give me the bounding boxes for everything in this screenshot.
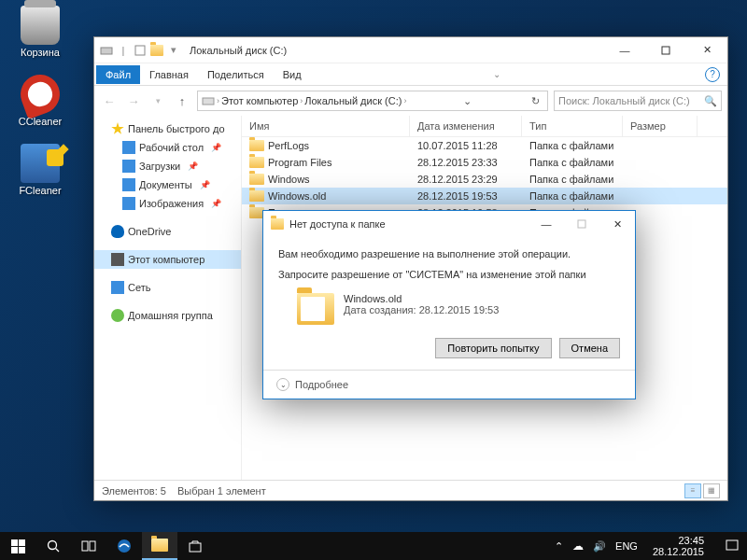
- tray-time: 23:45: [653, 535, 704, 546]
- nav-forward-button[interactable]: →: [124, 91, 143, 110]
- window-title: Локальный диск (C:): [190, 45, 287, 56]
- column-type[interactable]: Тип: [522, 116, 623, 136]
- retry-button[interactable]: Повторить попытку: [435, 338, 551, 358]
- status-count: Элементов: 5: [102, 485, 166, 497]
- svg-rect-10: [190, 543, 201, 552]
- column-name[interactable]: Имя: [242, 116, 410, 136]
- maximize-button[interactable]: [645, 37, 686, 63]
- ribbon-tabs: Файл Главная Поделиться Вид ⌄ ?: [94, 63, 727, 86]
- refresh-button[interactable]: ↻: [528, 95, 543, 107]
- navigation-tree[interactable]: Панель быстрого до Рабочий стол📌 Загрузк…: [94, 116, 242, 480]
- tray-notifications-button[interactable]: [719, 532, 745, 560]
- nav-back-button[interactable]: ←: [100, 91, 119, 110]
- folder-large-icon: [297, 293, 334, 325]
- dialog-message-2: Запросите разрешение от "СИСТЕМА" на изм…: [278, 269, 620, 280]
- tree-this-pc[interactable]: Этот компьютер: [94, 250, 241, 269]
- search-button[interactable]: [35, 532, 71, 560]
- tab-view[interactable]: Вид: [274, 65, 311, 84]
- task-view-button[interactable]: [71, 532, 106, 560]
- minimize-button[interactable]: —: [604, 37, 645, 63]
- file-type: Папка с файлами: [522, 137, 623, 154]
- dialog-folder-name: Windows.old: [344, 293, 499, 304]
- tab-file[interactable]: Файл: [96, 65, 140, 84]
- folder-icon: [249, 140, 264, 151]
- file-date: 28.12.2015 23:33: [410, 154, 522, 171]
- taskbar-store[interactable]: [177, 532, 213, 560]
- address-dropdown-icon[interactable]: ⌄: [459, 95, 475, 107]
- tab-share[interactable]: Поделиться: [198, 65, 274, 84]
- homegroup-icon: [111, 309, 124, 322]
- tree-quick-access[interactable]: Панель быстрого до: [94, 119, 241, 138]
- dialog-maximize-button[interactable]: [564, 213, 599, 235]
- titlebar[interactable]: | ▾ Локальный диск (C:) — ✕: [94, 37, 727, 63]
- file-type: Папка с файлами: [522, 154, 623, 171]
- ribbon-expand-icon[interactable]: ⌄: [489, 67, 504, 82]
- folder-icon: [271, 218, 284, 230]
- navigation-bar: ← → ▾ ↑ › Этот компьютер › Локальный дис…: [94, 86, 727, 116]
- nav-history-dropdown[interactable]: ▾: [148, 91, 167, 110]
- taskbar-edge[interactable]: [106, 532, 142, 560]
- breadcrumb-drive[interactable]: Локальный диск (C:): [304, 95, 402, 106]
- fcleaner-icon: [21, 144, 60, 183]
- file-date: 10.07.2015 11:28: [410, 137, 522, 154]
- breadcrumb-separator-icon[interactable]: ›: [403, 96, 406, 105]
- desktop-icon-ccleaner[interactable]: CCleaner: [7, 75, 73, 127]
- tree-onedrive[interactable]: OneDrive: [94, 222, 241, 241]
- table-row[interactable]: Windows28.12.2015 23:29Папка с файлами: [242, 171, 727, 188]
- view-details-button[interactable]: ≡: [684, 483, 701, 498]
- dialog-minimize-button[interactable]: —: [529, 213, 564, 235]
- breadcrumb-separator-icon[interactable]: ›: [217, 96, 219, 105]
- nav-up-button[interactable]: ↑: [173, 91, 191, 110]
- breadcrumb-pc[interactable]: Этот компьютер: [221, 95, 298, 106]
- start-button[interactable]: [0, 532, 35, 560]
- status-bar: Элементов: 5 Выбран 1 элемент ≡ ▦: [94, 480, 727, 500]
- tree-desktop[interactable]: Рабочий стол📌: [94, 138, 241, 157]
- pin-icon: 📌: [211, 199, 221, 208]
- dialog-close-button[interactable]: ✕: [599, 213, 635, 235]
- tree-network[interactable]: Сеть: [94, 278, 241, 297]
- file-date: 28.12.2015 19:53: [410, 188, 522, 204]
- table-row[interactable]: Windows.old28.12.2015 19:53Папка с файла…: [242, 188, 727, 204]
- icon-label: Корзина: [21, 47, 60, 58]
- desktop-icon-recycle-bin[interactable]: Корзина: [7, 6, 73, 58]
- tree-images[interactable]: Изображения📌: [94, 194, 241, 213]
- column-date[interactable]: Дата изменения: [410, 116, 522, 136]
- tree-downloads[interactable]: Загрузки📌: [94, 157, 241, 175]
- tray-expand-icon[interactable]: ⌃: [555, 540, 563, 553]
- table-row[interactable]: PerfLogs10.07.2015 11:28Папка с файлами: [242, 137, 727, 154]
- tray-date: 28.12.2015: [653, 546, 704, 557]
- list-header[interactable]: Имя Дата изменения Тип Размер: [242, 116, 727, 137]
- drive-icon: [202, 94, 215, 107]
- chevron-down-icon: ⌄: [276, 378, 289, 391]
- tree-homegroup[interactable]: Домашняя группа: [94, 306, 241, 325]
- search-placeholder: Поиск: Локальный диск (C:): [558, 95, 690, 106]
- taskbar-explorer[interactable]: [142, 532, 177, 560]
- dialog-more-toggle[interactable]: ⌄ Подробнее: [263, 370, 635, 399]
- qat-dropdown-icon[interactable]: ▾: [167, 44, 180, 57]
- column-size[interactable]: Размер: [623, 116, 698, 136]
- qat-properties-icon[interactable]: [134, 44, 147, 57]
- folder-icon: [249, 174, 264, 185]
- file-name: PerfLogs: [268, 140, 309, 151]
- close-button[interactable]: ✕: [686, 37, 727, 63]
- help-button[interactable]: ?: [705, 67, 720, 82]
- view-icons-button[interactable]: ▦: [703, 483, 720, 498]
- tray-volume-icon[interactable]: 🔊: [593, 540, 606, 553]
- address-bar[interactable]: › Этот компьютер › Локальный диск (C:) ›…: [197, 91, 548, 111]
- tree-documents[interactable]: Документы📌: [94, 175, 241, 194]
- cancel-button[interactable]: Отмена: [559, 338, 620, 358]
- tab-home[interactable]: Главная: [140, 65, 198, 84]
- dialog-message-1: Вам необходимо разрешение на выполнение …: [278, 248, 620, 259]
- qat-newfolder-icon[interactable]: [150, 44, 163, 57]
- table-row[interactable]: Program Files28.12.2015 23:33Папка с фай…: [242, 154, 727, 171]
- desktop-icon-fcleaner[interactable]: FCleaner: [7, 144, 73, 196]
- breadcrumb-separator-icon[interactable]: ›: [300, 96, 303, 105]
- folder-icon: [151, 539, 168, 552]
- search-input[interactable]: Поиск: Локальный диск (C:) 🔍: [554, 91, 722, 111]
- svg-rect-1: [135, 46, 145, 55]
- windows-logo-icon: [11, 539, 25, 553]
- dialog-titlebar[interactable]: Нет доступа к папке — ✕: [263, 211, 635, 237]
- tray-language[interactable]: ENG: [615, 540, 638, 552]
- tray-onedrive-icon[interactable]: ☁: [572, 539, 584, 553]
- tray-clock[interactable]: 23:45 28.12.2015: [647, 535, 710, 557]
